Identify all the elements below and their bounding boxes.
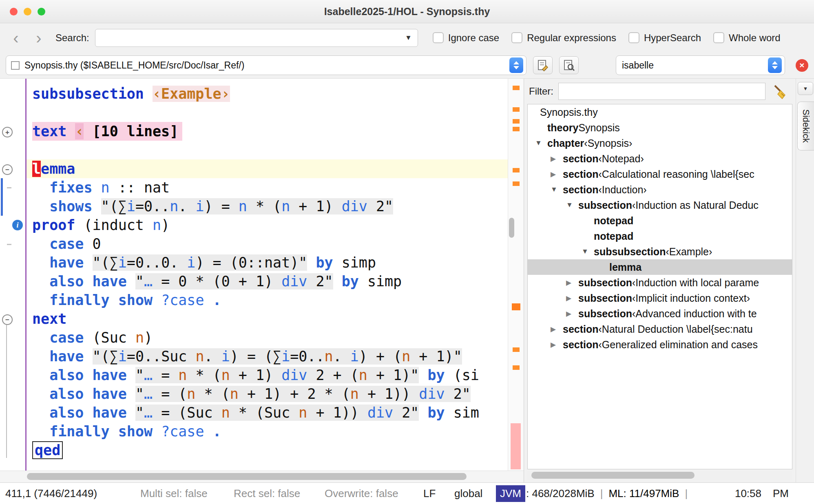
code-line[interactable]: also have "… = n * (n + 1) div 2 + (n + … (27, 366, 508, 385)
code-line[interactable]: subsubsection ‹Example› (27, 84, 508, 103)
tree-item[interactable]: ▶section ‹Natural Deduction \label{sec:n… (528, 321, 792, 337)
warning-marker[interactable] (513, 347, 520, 352)
tree-item[interactable]: ▶section ‹Calculational reasoning \label… (528, 166, 792, 182)
code-line[interactable]: proof (induct n) (27, 216, 508, 234)
tree-item[interactable]: ▼subsubsection ‹Example› (528, 244, 792, 259)
tree-toggle-icon[interactable]: ▶ (551, 325, 563, 334)
sidekick-hscrollbar[interactable] (527, 471, 792, 480)
search-option[interactable]: HyperSearch (628, 32, 701, 44)
code-line[interactable]: text ‹ [10 lines] (27, 122, 508, 141)
jvm-memory-indicator[interactable]: JVM : 468/2028MiB (496, 485, 595, 502)
chevron-down-icon[interactable]: ▼ (405, 34, 412, 42)
close-window-button[interactable] (10, 8, 18, 15)
code-line[interactable]: fixes n :: nat (27, 178, 508, 197)
edit-mode-status[interactable]: global (454, 487, 496, 500)
rect-select-status[interactable]: Rect sel: false (234, 487, 325, 500)
line-separator-status[interactable]: LF (423, 487, 454, 500)
stepper-down-icon[interactable] (513, 66, 519, 69)
clear-filter-button[interactable] (770, 81, 791, 102)
checkbox-icon[interactable] (713, 32, 724, 43)
tree-item[interactable]: ▶subsection ‹Advanced induction with te (528, 306, 792, 321)
stepper-up-icon[interactable] (513, 61, 519, 64)
sidekick-hscroll-thumb[interactable] (531, 472, 695, 479)
zoom-window-button[interactable] (38, 8, 45, 15)
warning-marker[interactable] (513, 181, 520, 186)
buffer-switcher[interactable]: Synopsis.thy ($ISABELLE_HOME/src/Doc/Isa… (6, 55, 526, 75)
checkbox-icon[interactable] (628, 32, 639, 43)
editor-gutter[interactable]: + − i − (0, 79, 27, 471)
code-line[interactable]: shows "(∑i=0..n. i) = n * (n + 1) div 2" (27, 197, 508, 216)
checkbox-icon[interactable] (511, 32, 522, 43)
tree-item[interactable]: theory Synopsis (528, 120, 792, 135)
code-line[interactable]: have "(∑i=0..Suc n. i) = (∑i=0..n. i) + … (27, 347, 508, 366)
tree-toggle-icon[interactable]: ▶ (551, 340, 563, 349)
caret-position[interactable]: 411,1 (7446/21449) (5, 487, 140, 500)
tree-item[interactable]: lemma (528, 259, 792, 275)
fold-expand-icon[interactable]: + (2, 127, 13, 137)
code-line[interactable]: next (27, 309, 508, 328)
tree-toggle-icon[interactable]: ▶ (566, 279, 578, 287)
info-icon[interactable]: i (12, 220, 23, 230)
tree-toggle-icon[interactable]: ▶ (566, 294, 578, 303)
warning-marker[interactable] (513, 86, 520, 90)
tree-item[interactable]: ▶section ‹Generalized elimination and ca… (528, 337, 792, 352)
parse-buffer-button[interactable] (533, 56, 553, 74)
tree-item[interactable]: Synopsis.thy (528, 104, 792, 120)
stepper-down-icon[interactable] (772, 66, 778, 69)
fold-collapse-icon[interactable]: − (2, 164, 13, 175)
code-line[interactable] (27, 103, 508, 122)
code-line[interactable] (27, 141, 508, 159)
error-region-marker[interactable] (511, 423, 521, 469)
overwrite-status[interactable]: Overwrite: false (325, 487, 423, 500)
code-line[interactable]: qed (27, 441, 508, 460)
filter-input[interactable] (558, 83, 765, 100)
tree-item[interactable]: ▼section ‹Induction› (528, 182, 792, 197)
hscroll-thumb[interactable] (27, 473, 467, 480)
tree-toggle-icon[interactable]: ▼ (582, 248, 594, 256)
tree-toggle-icon[interactable]: ▼ (566, 201, 578, 209)
code-line[interactable]: case (Suc n) (27, 328, 508, 347)
tree-item[interactable]: ▶subsection ‹Induction with local parame (528, 275, 792, 290)
vscroll-thumb[interactable] (509, 218, 514, 238)
buffer-switcher-stepper[interactable] (509, 57, 523, 73)
code-line[interactable]: finally show ?case . (27, 291, 508, 309)
sidekick-dock-tab[interactable]: Sidekick (797, 102, 814, 150)
code-line[interactable]: finally show ?case . (27, 422, 508, 441)
editor-hscrollbar[interactable] (0, 471, 524, 482)
warning-marker[interactable] (513, 127, 520, 131)
stepper-up-icon[interactable] (772, 61, 778, 64)
tree-toggle-icon[interactable]: ▼ (535, 139, 547, 147)
code-line[interactable]: lemma (27, 159, 508, 178)
history-back-button[interactable]: ‹ (7, 30, 24, 46)
search-option[interactable]: Whole word (713, 32, 781, 44)
warning-marker[interactable] (513, 168, 520, 172)
minimize-window-button[interactable] (24, 8, 31, 15)
code-line[interactable]: also have "… = (n * (n + 1) + 2 * (n + 1… (27, 385, 508, 403)
warning-marker[interactable] (513, 365, 520, 370)
close-panel-button[interactable]: × (796, 59, 808, 72)
ml-memory-indicator[interactable]: ML: 11/497MiB (608, 487, 679, 500)
parser-options-button[interactable] (559, 56, 579, 74)
tree-toggle-icon[interactable]: ▶ (551, 170, 563, 179)
tree-toggle-icon[interactable]: ▼ (551, 186, 563, 194)
code-line[interactable]: have "(∑i=0..0. i) = (0::nat)" by simp (27, 253, 508, 272)
search-input[interactable] (95, 29, 418, 46)
code-line[interactable]: also have "… = (Suc n * (Suc n + 1)) div… (27, 403, 508, 422)
tree-item[interactable]: ▶section ‹Notepad› (528, 151, 792, 166)
warning-marker[interactable] (512, 303, 520, 310)
checkbox-icon[interactable] (433, 32, 444, 43)
multi-select-status[interactable]: Multi sel: false (140, 487, 234, 500)
tree-item[interactable]: notepad (528, 213, 792, 228)
dock-options-button[interactable]: ▾ (798, 82, 813, 95)
search-option[interactable]: Regular expressions (511, 32, 616, 44)
folded-region[interactable]: text ‹ [10 lines] (32, 122, 182, 141)
tree-toggle-icon[interactable]: ▶ (566, 309, 578, 318)
tree-toggle-icon[interactable]: ▶ (551, 155, 563, 163)
parser-mode-stepper[interactable] (768, 57, 782, 73)
tree-item[interactable]: ▼subsection ‹Induction as Natural Deduc (528, 197, 792, 213)
editor-scrollbar[interactable] (508, 79, 524, 471)
parser-mode-select[interactable]: isabelle (616, 55, 785, 75)
search-option[interactable]: Ignore case (433, 32, 499, 44)
code-line[interactable]: also have "… = 0 * (0 + 1) div 2" by sim… (27, 272, 508, 291)
code-lines[interactable]: subsubsection ‹Example›text ‹ [10 lines]… (27, 79, 508, 471)
